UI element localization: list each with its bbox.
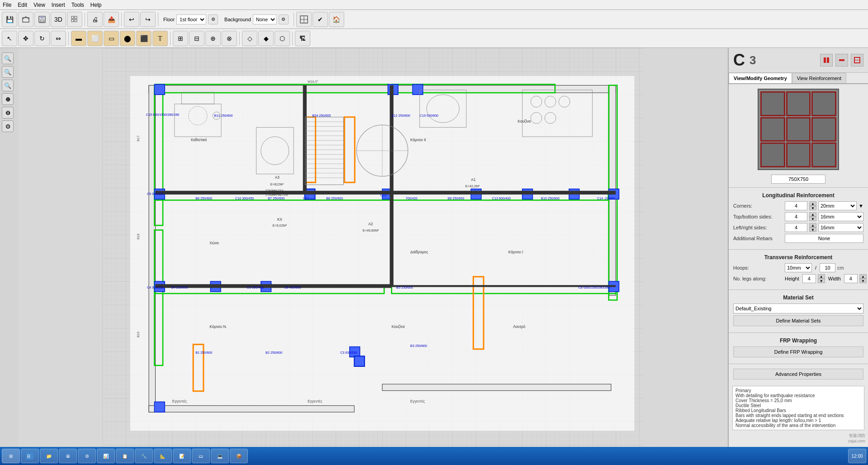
grid-button[interactable] [67,12,82,27]
open-button[interactable] [18,12,33,27]
hoops-select[interactable]: 10mm 8mm12mm [785,263,812,272]
floor-select[interactable]: 1st floor [176,14,206,24]
view-btn2[interactable]: ✔ [313,12,328,27]
height-up[interactable]: ▲ [818,274,825,279]
task-10[interactable]: 🗂 [192,449,210,463]
topbottom-size-select[interactable]: 16mm 20mm12mm [818,212,863,221]
task-11[interactable]: 💻 [211,449,229,463]
stair-btn[interactable]: 𝕋 [152,31,168,46]
print-button[interactable]: 🖨 [87,12,103,27]
menu-edit[interactable]: Edit [18,2,27,8]
floor-settings-btn[interactable]: ⚙ [208,14,218,24]
start-btn[interactable]: ⊞ [2,449,20,463]
col-icon-2[interactable] [835,54,848,66]
height-value[interactable] [802,274,816,283]
menu-view[interactable]: View [33,2,45,8]
col-icon-3[interactable] [851,54,863,66]
zoom-fit-btn[interactable]: 🔍 [2,80,14,91]
wall-btn[interactable]: ▬ [71,31,86,46]
tool-btn2[interactable]: ⊟ [189,31,204,46]
menu-file[interactable]: File [3,2,11,8]
define-frp-btn[interactable]: Define FRP Wrapping [733,346,863,357]
task-2[interactable]: 📁 [40,449,58,463]
task-9[interactable]: 📝 [173,449,191,463]
task-5[interactable]: 📊 [97,449,115,463]
sep-t2-1 [68,32,69,45]
task-1[interactable]: R [21,449,39,463]
width-value[interactable] [844,274,858,283]
tool-btn3[interactable]: ⊕ [205,31,221,46]
height-down[interactable]: ▼ [818,279,825,283]
mirror-btn[interactable]: ⇔ [51,31,66,46]
corners-size-select[interactable]: 20mm 16mm12mm25mm [818,201,857,210]
menu-tools[interactable]: Tools [71,2,84,8]
col-icon-1[interactable] [820,54,833,66]
material-section: Material Set Default_Existing Default_Ne… [729,292,868,331]
column-letter: C [733,51,745,70]
task-6[interactable]: 📋 [116,449,134,463]
bg-settings-btn[interactable]: ⚙ [279,14,289,24]
transverse-title: Transverse Reinforcement [733,254,863,261]
leftright-size-select[interactable]: 16mm 20mm12mm [818,223,863,232]
topbottom-down[interactable]: ▼ [809,217,816,221]
tab-geometry[interactable]: View/Modify Geometry [729,73,792,83]
new-button[interactable]: 💾 [2,12,17,27]
zoom-in-btn[interactable]: 🔍 [2,52,14,64]
menu-insert[interactable]: Insert [52,2,65,8]
task-12[interactable]: 📦 [230,449,248,463]
floor-plan[interactable]: Καθιστικό Χώνο Κόμνου Ν. Κόμνου II Κουζί… [18,48,728,454]
view3d-btn[interactable]: 🏗 [295,31,310,46]
divider4 [729,332,868,333]
save-button[interactable] [34,12,50,27]
edit-btn3[interactable]: ⬡ [275,31,290,46]
width-down[interactable]: ▼ [859,279,867,283]
tool-btn1[interactable]: ⊞ [173,31,188,46]
zoom-in2-btn[interactable]: ⊕ [2,93,14,105]
topbottom-up[interactable]: ▲ [809,212,816,217]
bg-select[interactable]: None [253,14,277,24]
view-btn3[interactable]: 🏠 [329,12,344,27]
leftright-up[interactable]: ▲ [809,223,816,228]
col-size-input[interactable] [771,175,825,184]
topbottom-value[interactable] [785,212,807,221]
task-7[interactable]: 🔧 [135,449,153,463]
slab-btn[interactable]: ⬛ [136,31,152,46]
edit-btn1[interactable]: ◇ [242,31,257,46]
select-btn[interactable]: ↖ [2,31,17,46]
additional-value[interactable] [785,234,863,243]
col-cell-6 [811,117,836,142]
move-btn[interactable]: ✥ [18,31,33,46]
width-up[interactable]: ▲ [859,274,867,279]
tool-btn4[interactable]: ⊗ [222,31,237,46]
leftright-down[interactable]: ▼ [809,228,816,232]
tab-reinforcement[interactable]: View Reinforcement [792,73,846,83]
hoops-spacing[interactable] [820,263,835,272]
view-btn1[interactable] [296,12,312,27]
col-btn[interactable]: ⬜ [87,31,103,46]
corners-down[interactable]: ▼ [809,206,816,210]
task-3[interactable]: 🖥 [59,449,77,463]
canvas-area[interactable]: 🔍 🔍 🔍 ⊕ ⊖ ⊙ [0,48,728,454]
svg-text:KX: KX [277,218,283,222]
task-8[interactable]: 📐 [154,449,172,463]
circ-col-btn[interactable]: ⬤ [120,31,135,46]
material-select[interactable]: Default_Existing Default_New [733,304,863,313]
zoom-out-btn[interactable]: 🔍 [2,66,14,78]
redo-button[interactable]: ↪ [140,12,156,27]
leftright-value[interactable] [785,223,807,232]
rotate-btn[interactable]: ↻ [34,31,50,46]
undo-button[interactable]: ↩ [124,12,139,27]
svg-text:B9  250/600: B9 250/600 [448,196,465,200]
task-4[interactable]: ⚙ [78,449,96,463]
zoom-select-btn[interactable]: ⊙ [2,120,14,132]
edit-btn2[interactable]: ◆ [258,31,274,46]
beam-btn[interactable]: ▭ [104,31,119,46]
corners-value[interactable] [785,201,807,210]
define-material-btn[interactable]: Define Material Sets [733,315,863,326]
menu-help[interactable]: Help [90,2,102,8]
advanced-props-btn[interactable]: Advanced Properties [733,369,863,380]
3d-button[interactable]: 3D [51,12,66,27]
export-button[interactable]: 📤 [104,12,119,27]
zoom-out2-btn[interactable]: ⊖ [2,107,14,119]
corners-up[interactable]: ▲ [809,201,816,206]
